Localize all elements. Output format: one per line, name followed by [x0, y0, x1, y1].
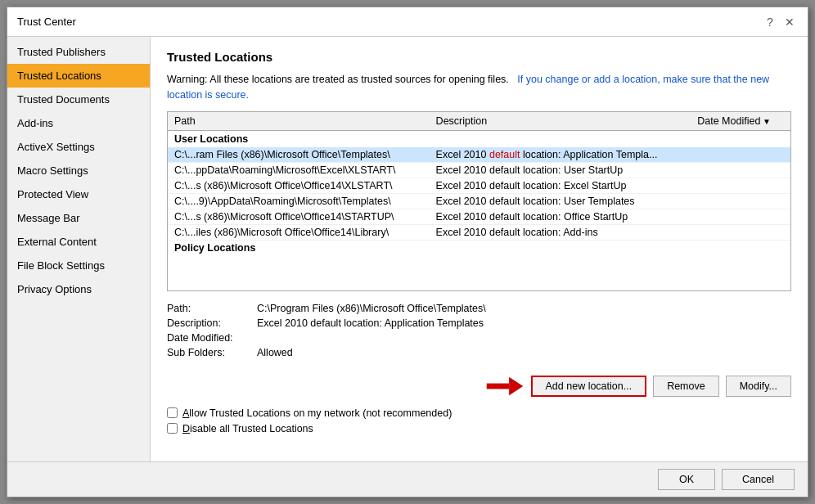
row-path: C:\...ppData\Roaming\Microsoft\Excel\XLS…: [168, 162, 430, 178]
help-button[interactable]: ?: [762, 14, 778, 30]
sidebar-item-privacy-options[interactable]: Privacy Options: [7, 277, 150, 301]
modify-button[interactable]: Modify...: [726, 376, 791, 397]
dialog-body: Trusted PublishersTrusted LocationsTrust…: [7, 37, 808, 461]
action-buttons-row: Add new location... Remove Modify...: [167, 375, 791, 398]
ok-button[interactable]: OK: [658, 469, 715, 490]
sidebar: Trusted PublishersTrusted LocationsTrust…: [7, 37, 151, 461]
table-row[interactable]: C:\...s (x86)\Microsoft Office\Office14\…: [168, 178, 790, 193]
date-modified-label: Date Modified:: [167, 332, 257, 344]
sidebar-item-macro-settings[interactable]: Macro Settings: [7, 159, 150, 182]
disable-all-row: Disable all Trusted Locations: [167, 423, 791, 434]
add-new-location-button[interactable]: Add new location...: [531, 376, 647, 397]
path-label: Path:: [167, 303, 257, 314]
path-detail-row: Path: C:\Program Files (x86)\Microsoft O…: [167, 303, 791, 314]
allow-network-row: Allow Trusted Locations on my network (n…: [167, 407, 791, 419]
row-description: Excel 2010 default location: User StartU…: [430, 162, 691, 178]
svg-marker-1: [509, 376, 523, 394]
content-title: Trusted Locations: [167, 50, 791, 64]
cancel-button[interactable]: Cancel: [722, 469, 795, 490]
locations-table[interactable]: Path Description Date Modified User Loca…: [167, 111, 791, 291]
disable-all-checkbox[interactable]: [167, 423, 178, 434]
checkboxes-section: Allow Trusted Locations on my network (n…: [167, 407, 791, 439]
sidebar-item-activex-settings[interactable]: ActiveX Settings: [7, 135, 150, 159]
svg-rect-0: [486, 383, 508, 389]
row-date: [691, 209, 790, 224]
row-path: C:\...iles (x86)\Microsoft Office\Office…: [168, 224, 430, 240]
table-row[interactable]: C:\....9)\AppData\Roaming\Microsoft\Temp…: [168, 193, 790, 209]
row-description: Excel 2010 default location: User Templa…: [430, 193, 691, 209]
date-modified-column-header[interactable]: Date Modified: [691, 112, 790, 131]
warning-text: Warning: All these locations are treated…: [167, 72, 791, 103]
row-date: [691, 178, 790, 193]
row-path: C:\...s (x86)\Microsoft Office\Office14\…: [168, 178, 430, 193]
path-value: C:\Program Files (x86)\Microsoft Office\…: [257, 303, 486, 314]
row-description: Excel 2010 default location: Add-ins: [430, 224, 691, 240]
sidebar-item-add-ins[interactable]: Add-ins: [7, 111, 150, 135]
sidebar-item-trusted-locations[interactable]: Trusted Locations: [7, 64, 150, 88]
sidebar-item-external-content[interactable]: External Content: [7, 230, 150, 254]
row-description: Excel 2010 default location: Application…: [430, 147, 691, 163]
dialog-footer: OK Cancel: [7, 461, 808, 497]
table-row[interactable]: C:\...ppData\Roaming\Microsoft\Excel\XLS…: [168, 162, 790, 178]
sub-folders-value: Allowed: [257, 347, 293, 358]
table-row[interactable]: C:\...iles (x86)\Microsoft Office\Office…: [168, 224, 790, 240]
dialog-title: Trust Center: [17, 16, 76, 28]
allow-network-label[interactable]: Allow Trusted Locations on my network (n…: [182, 407, 452, 419]
disable-all-label[interactable]: Disable all Trusted Locations: [182, 423, 313, 434]
row-description: Excel 2010 default location: Excel Start…: [430, 178, 691, 193]
description-column-header: Description: [430, 112, 691, 131]
row-date: [691, 162, 790, 178]
description-label: Description:: [167, 317, 257, 329]
description-value: Excel 2010 default location: Application…: [257, 317, 484, 329]
path-column-header: Path: [168, 112, 430, 131]
table-row[interactable]: C:\...ram Files (x86)\Microsoft Office\T…: [168, 147, 790, 163]
sidebar-item-protected-view[interactable]: Protected View: [7, 182, 150, 206]
row-date: [691, 193, 790, 209]
sidebar-item-message-bar[interactable]: Message Bar: [7, 206, 150, 230]
details-section: Path: C:\Program Files (x86)\Microsoft O…: [167, 299, 791, 365]
title-bar: Trust Center ? ✕: [7, 7, 808, 37]
title-bar-controls: ? ✕: [762, 14, 798, 30]
sub-folders-detail-row: Sub Folders: Allowed: [167, 347, 791, 358]
remove-button[interactable]: Remove: [653, 376, 719, 397]
row-date: [691, 147, 790, 163]
policy-locations-group: Policy Locations: [168, 240, 790, 255]
row-description: Excel 2010 default location: Office Star…: [430, 209, 691, 224]
table-row[interactable]: C:\...s (x86)\Microsoft Office\Office14\…: [168, 209, 790, 224]
annotation-arrow: [485, 375, 525, 398]
description-detail-row: Description: Excel 2010 default location…: [167, 317, 791, 329]
sub-folders-label: Sub Folders:: [167, 347, 257, 358]
close-button[interactable]: ✕: [781, 14, 798, 30]
user-locations-group: User Locations: [168, 130, 790, 147]
sidebar-item-trusted-publishers[interactable]: Trusted Publishers: [7, 40, 150, 64]
trust-center-dialog: Trust Center ? ✕ Trusted PublishersTrust…: [7, 7, 808, 497]
sidebar-item-file-block-settings[interactable]: File Block Settings: [7, 254, 150, 277]
allow-network-checkbox[interactable]: [167, 407, 178, 418]
date-modified-detail-row: Date Modified:: [167, 332, 791, 344]
row-path: C:\....9)\AppData\Roaming\Microsoft\Temp…: [168, 193, 430, 209]
sidebar-item-trusted-documents[interactable]: Trusted Documents: [7, 88, 150, 111]
row-date: [691, 224, 790, 240]
row-path: C:\...ram Files (x86)\Microsoft Office\T…: [168, 147, 430, 163]
main-content: Trusted Locations Warning: All these loc…: [151, 37, 808, 461]
row-path: C:\...s (x86)\Microsoft Office\Office14\…: [168, 209, 430, 224]
